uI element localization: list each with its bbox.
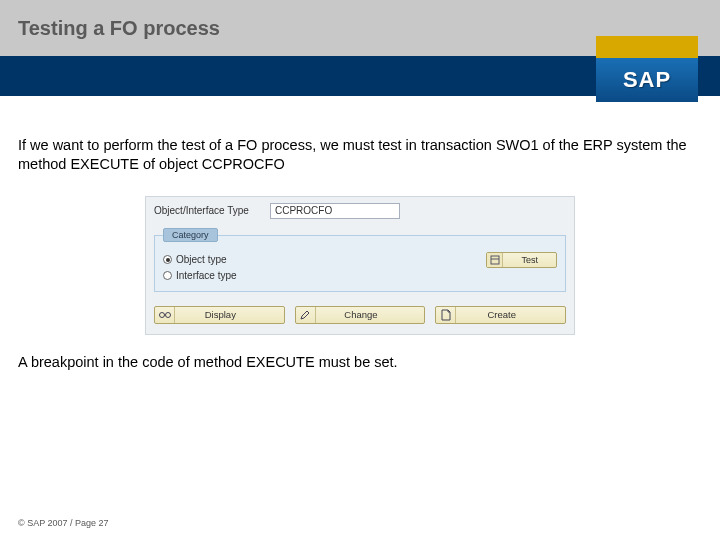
radio-object-type-label: Object type — [176, 254, 227, 265]
gold-accent — [596, 36, 698, 58]
document-icon — [436, 307, 456, 323]
object-type-field[interactable]: CCPROCFO — [270, 203, 400, 219]
footer-text: © SAP 2007 / Page 27 — [18, 518, 109, 528]
paragraph-1: If we want to perform the test of a FO p… — [18, 136, 702, 174]
button-row: Display Change Create — [146, 300, 574, 334]
test-button-label: Test — [503, 255, 556, 265]
glasses-icon — [155, 307, 175, 323]
radio-interface-type[interactable] — [163, 271, 172, 280]
sap-logo: SAP — [596, 58, 698, 102]
sap-logo-text: SAP — [623, 67, 671, 93]
create-button-label: Create — [456, 309, 565, 320]
category-title: Category — [163, 228, 218, 242]
svg-rect-0 — [491, 256, 499, 264]
radio-row-interface-type: Interface type — [163, 270, 557, 281]
radio-row-object-type: Object type Test — [163, 252, 557, 268]
sub-header: SAP — [0, 56, 720, 110]
pencil-icon — [296, 307, 316, 323]
sap-logo-block: SAP — [596, 36, 698, 102]
test-icon — [487, 253, 503, 267]
display-button-label: Display — [175, 309, 284, 320]
object-type-label: Object/Interface Type — [154, 205, 264, 216]
sap-gui-screenshot: Object/Interface Type CCPROCFO Category … — [145, 196, 575, 335]
radio-object-type[interactable] — [163, 255, 172, 264]
change-button[interactable]: Change — [295, 306, 426, 324]
page-title: Testing a FO process — [18, 17, 220, 40]
object-type-value: CCPROCFO — [275, 205, 332, 216]
change-button-label: Change — [316, 309, 425, 320]
svg-point-3 — [165, 312, 170, 317]
content-area: If we want to perform the test of a FO p… — [0, 110, 720, 372]
test-button[interactable]: Test — [486, 252, 557, 268]
create-button[interactable]: Create — [435, 306, 566, 324]
object-type-row: Object/Interface Type CCPROCFO — [146, 197, 574, 225]
radio-interface-type-label: Interface type — [176, 270, 237, 281]
paragraph-2: A breakpoint in the code of method EXECU… — [18, 353, 702, 372]
category-groupbox: Category Object type Test — [154, 235, 566, 292]
display-button[interactable]: Display — [154, 306, 285, 324]
svg-point-2 — [159, 312, 164, 317]
